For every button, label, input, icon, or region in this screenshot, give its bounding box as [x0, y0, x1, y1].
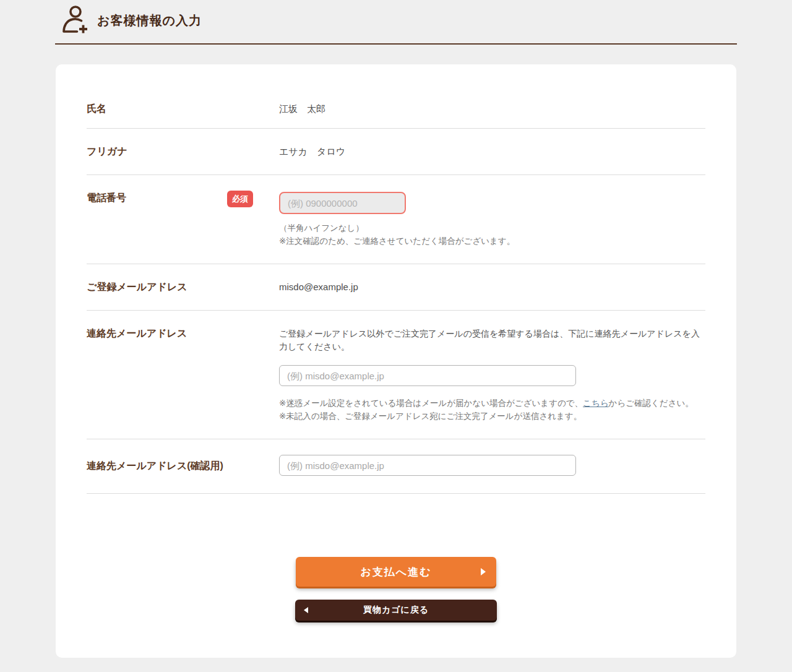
arrow-right-icon [481, 568, 486, 575]
spam-check-link[interactable]: こちら [583, 398, 608, 408]
furigana-label-col: フリガナ [87, 145, 279, 157]
phone-label-col: 電話番号 必須 [87, 192, 279, 207]
name-label-col: 氏名 [87, 103, 279, 114]
contact-email-input-wrap [279, 365, 705, 386]
name-value: 江坂 太郎 [279, 103, 325, 114]
row-contact-email-confirm: 連絡先メールアドレス(確認用) [87, 439, 705, 494]
page-header: お客様情報の入力 [55, 0, 737, 45]
furigana-value: エサカ タロウ [279, 146, 345, 157]
contact-email-confirm-label-col: 連絡先メールアドレス(確認用) [87, 460, 279, 472]
back-to-cart-button[interactable]: 買物カゴに戻る [295, 600, 497, 621]
row-furigana: フリガナ エサカ タロウ [87, 129, 705, 175]
required-badge: 必須 [227, 191, 253, 207]
phone-value-col: （半角ハイフンなし） ※注文確認のため、ご連絡させていただく場合がございます。 [279, 192, 705, 248]
person-add-icon [61, 5, 88, 37]
page-title: お客様情報の入力 [97, 12, 202, 29]
contact-email-confirm-input[interactable] [279, 455, 576, 476]
arrow-left-icon [304, 607, 308, 613]
button-area: お支払へ進む 買物カゴに戻る [87, 557, 705, 621]
phone-label: 電話番号 [87, 192, 126, 204]
contact-email-label: 連絡先メールアドレス [87, 327, 187, 339]
contact-email-description: ご登録メールアドレス以外でご注文完了メールの受信を希望する場合は、下記に連絡先メ… [279, 327, 705, 353]
contact-email-label-col: 連絡先メールアドレス [87, 327, 279, 339]
phone-note-1: （半角ハイフンなし） [279, 222, 705, 235]
row-registered-email: ご登録メールアドレス misdo@example.jp [87, 264, 705, 311]
phone-input[interactable] [279, 192, 406, 214]
proceed-button-label: お支払へ進む [360, 565, 431, 579]
back-button-label: 買物カゴに戻る [363, 605, 429, 616]
contact-email-notes: ※迷惑メール設定をされている場合はメールが届かない場合がございますので、こちらか… [279, 397, 705, 423]
proceed-to-payment-button[interactable]: お支払へ進む [296, 557, 496, 587]
customer-info-card: 氏名 江坂 太郎 フリガナ エサカ タロウ 電話番号 必須 （半角ハイフンなし）… [56, 64, 736, 658]
note-1-text-before: ※迷惑メール設定をされている場合はメールが届かない場合がございますので、 [279, 398, 583, 408]
furigana-label: フリガナ [87, 145, 127, 157]
note-1-text-after: からご確認ください。 [609, 398, 694, 408]
furigana-value-col: エサカ タロウ [279, 145, 705, 157]
registered-email-value: misdo@example.jp [279, 282, 358, 292]
contact-email-confirm-value-col [279, 455, 705, 476]
registered-email-value-col: misdo@example.jp [279, 281, 705, 293]
row-phone: 電話番号 必須 （半角ハイフンなし） ※注文確認のため、ご連絡させていただく場合… [87, 175, 705, 264]
name-label: 氏名 [87, 103, 106, 114]
contact-email-note-1: ※迷惑メール設定をされている場合はメールが届かない場合がございますので、こちらか… [279, 397, 705, 410]
row-name: 氏名 江坂 太郎 [87, 89, 705, 129]
phone-note-2: ※注文確認のため、ご連絡させていただく場合がございます。 [279, 235, 705, 248]
contact-email-value-col: ご登録メールアドレス以外でご注文完了メールの受信を希望する場合は、下記に連絡先メ… [279, 327, 705, 423]
contact-email-confirm-label: 連絡先メールアドレス(確認用) [87, 460, 223, 472]
contact-email-input[interactable] [279, 365, 576, 386]
row-contact-email: 連絡先メールアドレス ご登録メールアドレス以外でご注文完了メールの受信を希望する… [87, 311, 705, 439]
page-header-inner: お客様情報の入力 [55, 5, 737, 37]
name-value-col: 江坂 太郎 [279, 103, 705, 114]
registered-email-label: ご登録メールアドレス [87, 281, 187, 293]
registered-email-label-col: ご登録メールアドレス [87, 281, 279, 293]
contact-email-note-2: ※未記入の場合、ご登録メールアドレス宛にご注文完了メールが送信されます。 [279, 410, 705, 423]
